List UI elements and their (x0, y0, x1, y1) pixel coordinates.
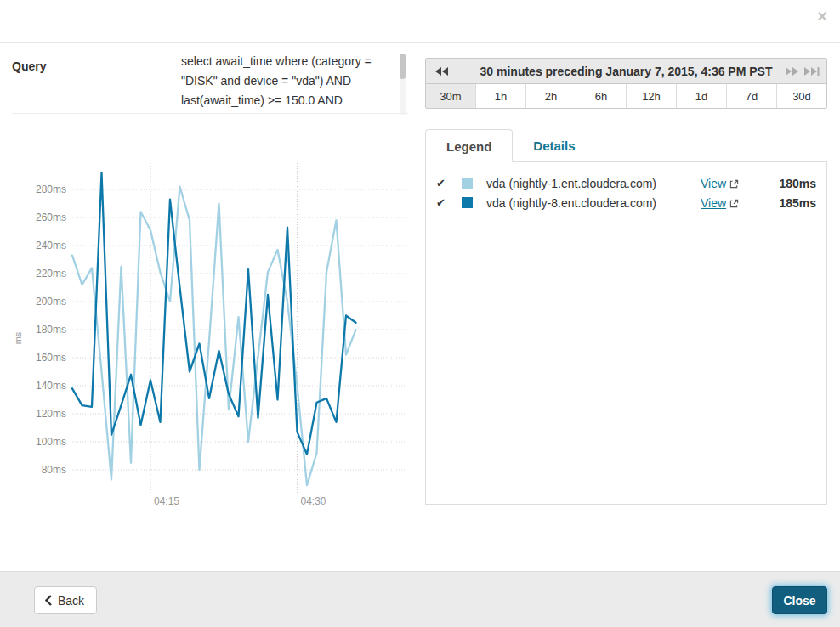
chevron-left-icon (45, 595, 52, 606)
time-range-header: 30 minutes preceding January 7, 2015, 4:… (426, 59, 826, 84)
time-preset-12h[interactable]: 12h (626, 84, 676, 108)
tab-legend[interactable]: Legend (425, 129, 513, 162)
close-icon[interactable]: × (817, 8, 827, 25)
chart-detail-modal: × Query select await_time where (categor… (0, 0, 840, 627)
query-text: select await_time where (category = "DIS… (181, 52, 397, 111)
svg-text:240ms: 240ms (36, 240, 66, 251)
time-preset-30d[interactable]: 30d (776, 84, 826, 108)
series-color-swatch (462, 178, 473, 189)
series-view-link[interactable]: View (701, 177, 757, 190)
time-preset-6h[interactable]: 6h (576, 84, 626, 108)
time-preset-7d[interactable]: 7d (726, 84, 776, 108)
svg-text:280ms: 280ms (36, 184, 66, 195)
legend-rows: ✔vda (nightly-1.ent.cloudera.com)View 18… (436, 173, 816, 212)
series-label: vda (nightly-8.ent.cloudera.com) (486, 196, 701, 210)
svg-text:04:15: 04:15 (154, 495, 179, 507)
query-and-chart-panel: Query select await_time where (category … (12, 43, 413, 570)
query-label: Query (12, 59, 46, 73)
legend-row: ✔vda (nightly-1.ent.cloudera.com)View 18… (436, 173, 816, 193)
svg-text:260ms: 260ms (36, 212, 66, 223)
legend-details-tabs: Legend Details (425, 129, 596, 162)
external-link-icon (729, 199, 739, 208)
time-preset-1h[interactable]: 1h (475, 84, 525, 108)
skip-back-icon[interactable] (434, 66, 449, 76)
series-current-value: 185ms (757, 196, 816, 210)
timeseries-chart[interactable]: 80ms100ms120ms140ms160ms180ms200ms220ms2… (0, 153, 417, 552)
svg-text:180ms: 180ms (36, 324, 66, 336)
svg-text:160ms: 160ms (36, 352, 66, 364)
modal-header: × (0, 0, 840, 43)
svg-text:120ms: 120ms (36, 408, 66, 420)
svg-text:220ms: 220ms (36, 268, 66, 280)
back-button[interactable]: Back (34, 586, 97, 614)
back-button-label: Back (58, 594, 84, 607)
time-range-title: 30 minutes preceding January 7, 2015, 4:… (480, 65, 773, 78)
series-current-value: 180ms (757, 177, 816, 190)
series-label: vda (nightly-1.ent.cloudera.com) (486, 177, 701, 190)
time-preset-1d[interactable]: 1d (676, 84, 726, 108)
time-range-presets: 30m1h2h6h12h1d7d30d (426, 84, 826, 108)
time-preset-30m[interactable]: 30m (426, 84, 475, 108)
query-scrollbar[interactable] (400, 54, 406, 115)
skip-to-end-icon[interactable] (803, 66, 820, 76)
series-color-swatch (462, 197, 473, 208)
tab-details[interactable]: Details (513, 129, 595, 162)
query-scrollbar-thumb[interactable] (400, 54, 406, 79)
svg-text:80ms: 80ms (42, 464, 66, 476)
legend-panel: ✔vda (nightly-1.ent.cloudera.com)View 18… (425, 161, 827, 505)
fast-forward-icon[interactable] (785, 66, 799, 76)
svg-text:100ms: 100ms (36, 436, 66, 448)
external-link-icon (729, 179, 739, 189)
svg-text:ms: ms (13, 331, 23, 344)
time-range-selector: 30 minutes preceding January 7, 2015, 4:… (425, 58, 827, 109)
legend-row: ✔vda (nightly-8.ent.cloudera.com)View 18… (436, 193, 816, 212)
svg-text:04:30: 04:30 (301, 495, 326, 507)
modal-footer: Back Close (0, 571, 840, 627)
svg-text:140ms: 140ms (36, 380, 66, 392)
series-view-link[interactable]: View (701, 196, 757, 210)
series-enabled-check[interactable]: ✔ (436, 177, 451, 189)
time-preset-2h[interactable]: 2h (525, 84, 576, 108)
svg-text:200ms: 200ms (36, 296, 66, 308)
close-button[interactable]: Close (772, 586, 827, 614)
series-enabled-check[interactable]: ✔ (436, 196, 451, 209)
divider (12, 113, 408, 114)
